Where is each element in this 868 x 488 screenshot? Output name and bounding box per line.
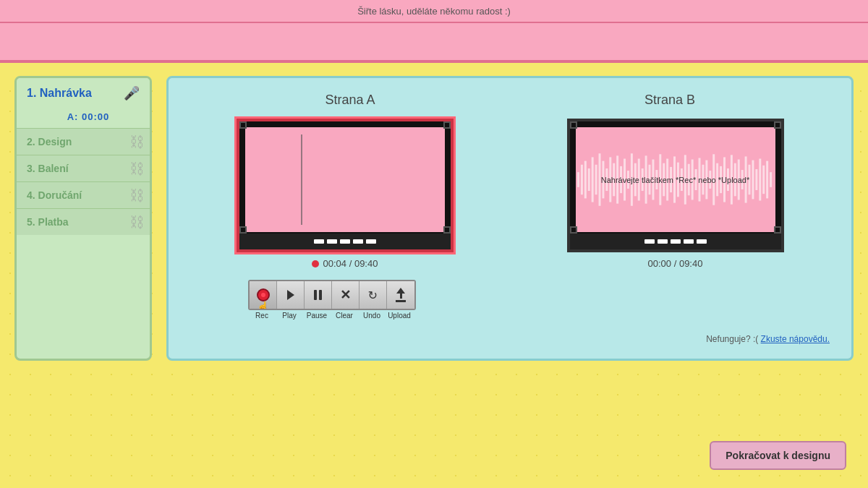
timer-a: 00:04 / 09:40 — [312, 258, 378, 269]
svg-rect-54 — [770, 172, 772, 187]
header-tagline: Šiřte lásku, uděláte někomu radost :) — [357, 6, 511, 17]
sidebar-item-label-nahravka: 1. Nahrávka — [27, 87, 92, 100]
waveform-placeholder-text: Nahrávejte tlačítkem *Rec* nebo *Upload* — [597, 172, 753, 188]
svg-rect-52 — [762, 166, 765, 194]
top-area: Šiřte lásku, uděláte někomu radost :) — [0, 0, 868, 76]
pause-icon — [314, 290, 322, 300]
svg-rect-53 — [766, 161, 768, 199]
corner-br-a — [443, 226, 451, 234]
sidebar-item-nahravka[interactable]: 1. Nahrávka 🎤 — [17, 78, 150, 108]
pixel-player-b: Nahrávejte tlačítkem *Rec* nebo *Upload* — [567, 119, 784, 252]
pixel-dot — [684, 239, 694, 244]
pixel-dot — [340, 239, 350, 244]
upload-button[interactable] — [387, 281, 414, 309]
clear-button[interactable]: ✕ — [332, 281, 359, 309]
pause-button[interactable] — [305, 281, 332, 309]
strana-headers: Strana A Strana B — [190, 93, 830, 108]
sidebar-item-baleni[interactable]: 3. Balení ⛓ — [17, 155, 150, 181]
toolbar-buttons: ☝ ✕ ↺ — [248, 280, 416, 310]
strana-b-title: Strana B — [644, 93, 695, 108]
rec-label: Rec — [248, 312, 276, 320]
rec-button[interactable]: ☝ — [250, 281, 277, 309]
player-section-b: Nahrávejte tlačítkem *Rec* nebo *Upload* — [521, 119, 830, 269]
play-label: Play — [276, 312, 303, 320]
pixel-dot — [697, 239, 707, 244]
corner-tl-a — [239, 121, 247, 129]
playhead-a — [301, 134, 302, 225]
pixel-dot — [314, 239, 324, 244]
upload-base — [396, 300, 406, 302]
chain-icon-dorucani: ⛓ — [129, 187, 144, 204]
timer-b-text: 00:00 / 09:40 — [648, 258, 703, 269]
rec-dot-a — [312, 260, 319, 267]
undo-icon: ↺ — [368, 288, 378, 302]
svg-rect-1 — [580, 165, 582, 194]
sidebar-item-label-baleni: 3. Balení — [27, 163, 69, 174]
svg-rect-50 — [755, 169, 757, 190]
strana-a-header: Strana A — [190, 93, 510, 108]
corner-br-b — [774, 226, 781, 234]
cursor-hand: ☝ — [257, 301, 269, 310]
chain-icon-design: ⛓ — [129, 134, 144, 150]
timer-b: 00:00 / 09:40 — [648, 258, 703, 269]
toolbar-labels: Rec Play Pause Clear Undo Upload — [248, 312, 413, 320]
sidebar-item-platba[interactable]: 5. Platba ⛓ — [17, 209, 150, 235]
undo-button[interactable]: ↺ — [359, 281, 387, 309]
sidebar-item-label-dorucani: 4. Doručání — [27, 189, 82, 201]
pixel-controls-a — [239, 234, 451, 249]
help-section: Nefunguje? :( Zkuste nápovědu. — [190, 334, 830, 344]
undo-label: Undo — [358, 312, 386, 320]
pixel-player-a-inner — [245, 127, 445, 232]
header-strip: Šiřte lásku, uděláte někomu radost :) — [0, 0, 868, 23]
pixel-dot — [671, 239, 681, 244]
pink-banner — [0, 23, 868, 63]
pixel-dot — [658, 239, 668, 244]
corner-tr-a — [443, 121, 451, 129]
clear-label: Clear — [331, 312, 358, 320]
yellow-gap — [0, 63, 868, 76]
corner-tl-b — [570, 121, 577, 129]
rec-icon — [257, 288, 270, 301]
sidebar-item-label-platba: 5. Platba — [27, 216, 69, 228]
help-text: Nefunguje? :( — [706, 334, 758, 344]
pause-bar-left — [314, 290, 317, 300]
svg-rect-4 — [591, 157, 593, 202]
pixel-dot — [644, 239, 655, 244]
controls-toolbar: ☝ ✕ ↺ — [190, 280, 830, 320]
sidebar-item-design[interactable]: 2. Design ⛓ — [17, 129, 150, 155]
play-button[interactable] — [277, 281, 305, 309]
svg-rect-51 — [759, 159, 761, 201]
sidebar-counter: A: 00:00 — [17, 108, 150, 128]
svg-rect-0 — [576, 172, 579, 187]
sidebar-item-dorucani[interactable]: 4. Doručání ⛓ — [17, 182, 150, 208]
chain-icon-baleni: ⛓ — [129, 160, 144, 177]
player-section-a: 00:04 / 09:40 — [190, 119, 499, 269]
corner-bl-a — [239, 226, 247, 234]
play-icon — [287, 290, 294, 300]
help-link[interactable]: Zkuste nápovědu. — [761, 334, 830, 344]
corner-tr-b — [774, 121, 781, 129]
pixel-dot — [353, 239, 363, 244]
content-area: Strana A Strana B — [166, 76, 854, 361]
sidebar: 1. Nahrávka 🎤 A: 00:00 2. Design ⛓ 3. Ba… — [14, 76, 152, 361]
timer-a-text: 00:04 / 09:40 — [323, 258, 378, 269]
pause-bar-right — [319, 290, 322, 300]
pixel-player-b-inner: Nahrávejte tlačítkem *Rec* nebo *Upload* — [576, 127, 775, 232]
corner-bl-b — [570, 226, 577, 234]
strana-a-title: Strana A — [325, 93, 375, 108]
continue-button[interactable]: Pokračovat k designu — [710, 441, 846, 470]
pause-label: Pause — [303, 312, 331, 320]
clear-icon: ✕ — [340, 287, 351, 303]
svg-rect-3 — [587, 168, 590, 191]
upload-line — [400, 293, 402, 299]
mic-icon: 🎤 — [124, 85, 140, 101]
svg-rect-5 — [595, 165, 597, 194]
upload-icon — [396, 288, 406, 302]
pixel-player-a — [237, 119, 454, 252]
pixel-dot — [366, 239, 376, 244]
pixel-dot — [327, 239, 337, 244]
main-layout: 1. Nahrávka 🎤 A: 00:00 2. Design ⛓ 3. Ba… — [0, 76, 868, 361]
pixel-controls-b — [570, 234, 781, 249]
chain-icon-platba: ⛓ — [129, 214, 144, 231]
strana-b-header: Strana B — [510, 93, 830, 108]
